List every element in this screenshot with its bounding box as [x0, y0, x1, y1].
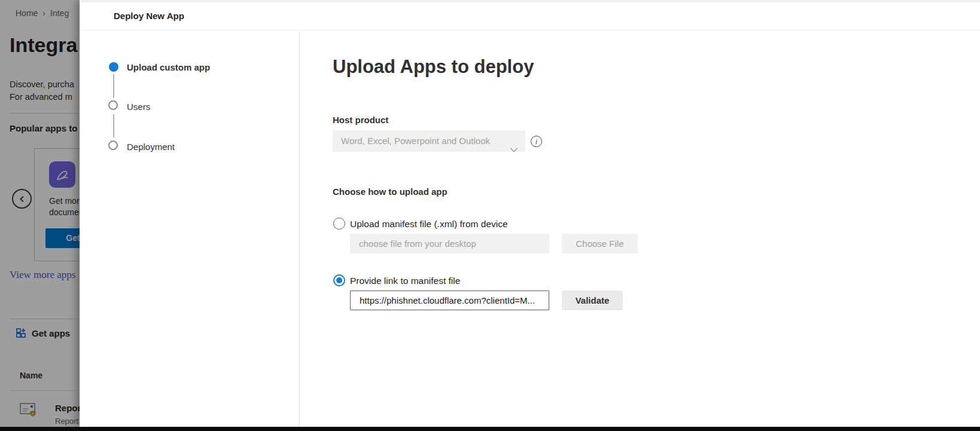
host-product-dropdown[interactable]: Word, Excel, Powerpoint and Outlook	[333, 130, 525, 152]
content-heading: Upload Apps to deploy	[333, 56, 534, 78]
radio-upload-manifest-file[interactable]	[333, 218, 345, 230]
step-connector	[113, 74, 114, 98]
bottom-bar	[0, 427, 980, 431]
validate-button[interactable]: Validate	[562, 291, 623, 310]
choose-file-button: Choose File	[562, 234, 638, 253]
step-indicator-upload-custom-app	[109, 62, 118, 72]
radio-provide-link-label[interactable]: Provide link to manifest file	[350, 276, 460, 286]
step-indicator-deployment	[108, 140, 118, 150]
step-label-upload-custom-app: Upload custom app	[127, 62, 210, 72]
manifest-file-input	[350, 234, 549, 253]
radio-provide-link[interactable]	[333, 274, 345, 286]
host-product-value: Word, Excel, Powerpoint and Outlook	[341, 136, 490, 146]
step-connector	[113, 114, 114, 137]
deploy-new-app-panel: Deploy New App Upload custom app Users D…	[80, 0, 980, 427]
step-label-deployment: Deployment	[127, 142, 175, 152]
radio-upload-manifest-file-label[interactable]: Upload manifest file (.xml) from device	[350, 219, 508, 230]
chevron-down-icon	[510, 139, 518, 160]
step-indicator-users	[108, 100, 118, 110]
panel-header: Deploy New App	[80, 2, 980, 30]
wizard-stepper: Upload custom app Users Deployment	[80, 31, 300, 427]
choose-upload-method-label: Choose how to upload app	[333, 187, 448, 197]
manifest-link-input[interactable]	[350, 291, 549, 310]
panel-title: Deploy New App	[114, 11, 184, 21]
info-icon[interactable]: i	[531, 136, 542, 147]
host-product-label: Host product	[333, 115, 388, 125]
step-label-users: Users	[127, 102, 150, 112]
